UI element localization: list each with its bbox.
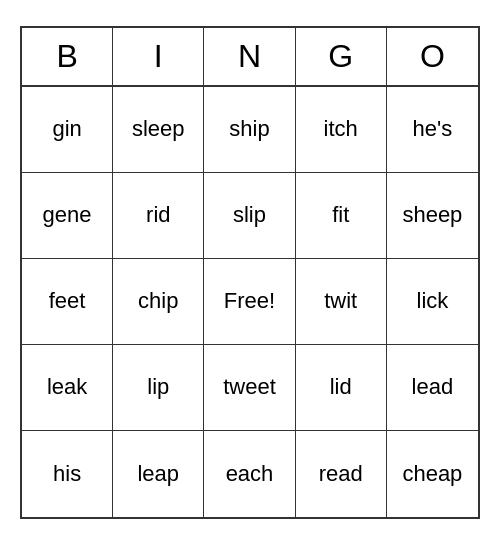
bingo-cell-r1-c1: rid xyxy=(113,173,204,259)
bingo-cell-r0-c1: sleep xyxy=(113,87,204,173)
bingo-cell-r1-c0: gene xyxy=(22,173,113,259)
bingo-cell-r4-c4: cheap xyxy=(387,431,478,517)
bingo-cell-r3-c3: lid xyxy=(296,345,387,431)
bingo-cell-r2-c3: twit xyxy=(296,259,387,345)
bingo-cell-r2-c2: Free! xyxy=(204,259,295,345)
header-letter-N: N xyxy=(204,28,295,85)
bingo-cell-r1-c2: slip xyxy=(204,173,295,259)
bingo-cell-r0-c4: he's xyxy=(387,87,478,173)
bingo-cell-r0-c3: itch xyxy=(296,87,387,173)
bingo-cell-r4-c0: his xyxy=(22,431,113,517)
header-letter-G: G xyxy=(296,28,387,85)
bingo-cell-r0-c2: ship xyxy=(204,87,295,173)
bingo-cell-r2-c0: feet xyxy=(22,259,113,345)
bingo-cell-r4-c2: each xyxy=(204,431,295,517)
bingo-cell-r4-c3: read xyxy=(296,431,387,517)
bingo-cell-r2-c4: lick xyxy=(387,259,478,345)
bingo-cell-r3-c0: leak xyxy=(22,345,113,431)
bingo-card: BINGO ginsleepshipitchhe'sgeneridslipfit… xyxy=(20,26,480,519)
header-letter-B: B xyxy=(22,28,113,85)
bingo-cell-r3-c2: tweet xyxy=(204,345,295,431)
bingo-cell-r4-c1: leap xyxy=(113,431,204,517)
header-letter-I: I xyxy=(113,28,204,85)
bingo-cell-r0-c0: gin xyxy=(22,87,113,173)
header-letter-O: O xyxy=(387,28,478,85)
bingo-cell-r3-c1: lip xyxy=(113,345,204,431)
bingo-cell-r3-c4: lead xyxy=(387,345,478,431)
bingo-header: BINGO xyxy=(22,28,478,87)
bingo-cell-r2-c1: chip xyxy=(113,259,204,345)
bingo-cell-r1-c4: sheep xyxy=(387,173,478,259)
bingo-cell-r1-c3: fit xyxy=(296,173,387,259)
bingo-grid: ginsleepshipitchhe'sgeneridslipfitsheepf… xyxy=(22,87,478,517)
